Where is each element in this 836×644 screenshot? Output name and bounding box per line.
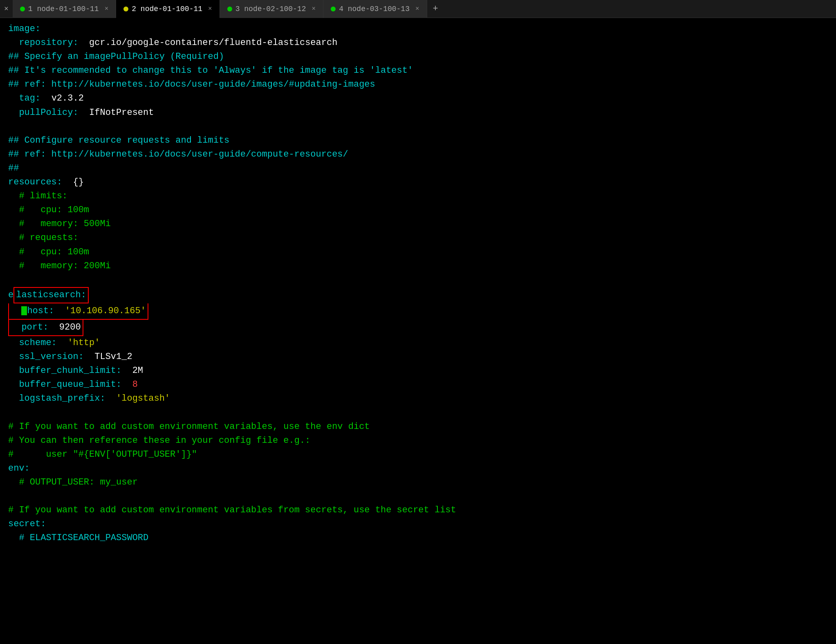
line-limits: # limits: [8,189,828,203]
line-ssl: ssl_version: TLSv1_2 [8,350,828,364]
line-logstash: logstash_prefix: 'logstash' [8,392,828,406]
line-blank-3 [8,406,828,420]
line-blank-4 [8,489,828,503]
tab-4-label: 4 node-03-100-13 [339,5,410,13]
line-secret-placeholder: # ELASTICSEARCH_PASSWORD [8,531,828,545]
line-pullpolicy: pullPolicy: IfNotPresent [8,106,828,120]
line-output-user: # OUTPUT_USER: my_user [8,476,828,489]
tab-1-close[interactable]: × [105,5,109,13]
tab-3[interactable]: 3 node-02-100-12 × [220,0,323,18]
line-blank-2 [8,273,828,287]
tab-4-dot [331,7,336,11]
tab-2-close[interactable]: × [208,5,212,13]
line-env-comment-3: # user "#{ENV['OUTPUT_USER']}" [8,448,828,462]
line-host-boxed: host: '10.106.90.165' [8,303,828,320]
line-blank-1 [8,120,828,134]
line-cpu2: # cpu: 100m [8,245,828,259]
line-repository: repository: gcr.io/google-containers/flu… [8,36,828,50]
line-resources: resources: {} [8,175,828,189]
line-cpu1: # cpu: 100m [8,203,828,217]
tab-3-close[interactable]: × [312,5,316,13]
line-comment-1: ## Specify an imagePullPolicy (Required) [8,50,828,64]
line-comment-resources-3: ## [8,162,828,175]
line-comment-resources-2: ## ref: http://kubernetes.io/docs/user-g… [8,148,828,162]
line-memory1: # memory: 500Mi [8,217,828,231]
line-secret-comment: # If you want to add custom environment … [8,503,828,517]
line-buffer-chunk: buffer_chunk_limit: 2M [8,364,828,378]
line-env: env: [8,462,828,476]
new-tab-button[interactable]: + [427,4,444,14]
tab-1[interactable]: 1 node-01-100-11 × [13,0,116,18]
line-comment-3: ## ref: http://kubernetes.io/docs/user-g… [8,78,828,92]
tab-4-close[interactable]: × [415,5,419,13]
code-editor[interactable]: image: repository: gcr.io/google-contain… [0,18,836,549]
line-buffer-queue: buffer_queue_limit: 8 [8,378,828,392]
tab-3-label: 3 node-02-100-12 [235,5,306,13]
title-bar: × 1 node-01-100-11 × 2 node-01-100-11 × … [0,0,836,18]
line-scheme: scheme: 'http' [8,336,828,350]
line-memory2: # memory: 200Mi [8,259,828,273]
tab-2-dot [123,7,128,11]
line-env-comment-2: # You can then reference these in your c… [8,434,828,448]
tab-2-label: 2 node-01-100-11 [132,5,202,13]
line-tag: tag: v2.3.2 [8,92,828,105]
tab-4[interactable]: 4 node-03-100-13 × [323,0,427,18]
line-comment-2: ## It's recommended to change this to 'A… [8,64,828,78]
line-env-comment-1: # If you want to add custom environment … [8,420,828,434]
window-close-button[interactable]: × [0,5,13,13]
line-comment-resources-1: ## Configure resource requests and limit… [8,134,828,148]
line-elasticsearch: elasticsearch: [8,287,828,304]
line-port-boxed: port: 9200 [8,320,828,336]
line-requests: # requests: [8,231,828,245]
tab-2[interactable]: 2 node-01-100-11 × [116,0,220,18]
line-secret: secret: [8,517,828,531]
tab-1-dot [20,7,25,11]
tab-1-label: 1 node-01-100-11 [28,5,99,13]
tab-3-dot [227,7,232,11]
line-image: image: [8,22,828,36]
